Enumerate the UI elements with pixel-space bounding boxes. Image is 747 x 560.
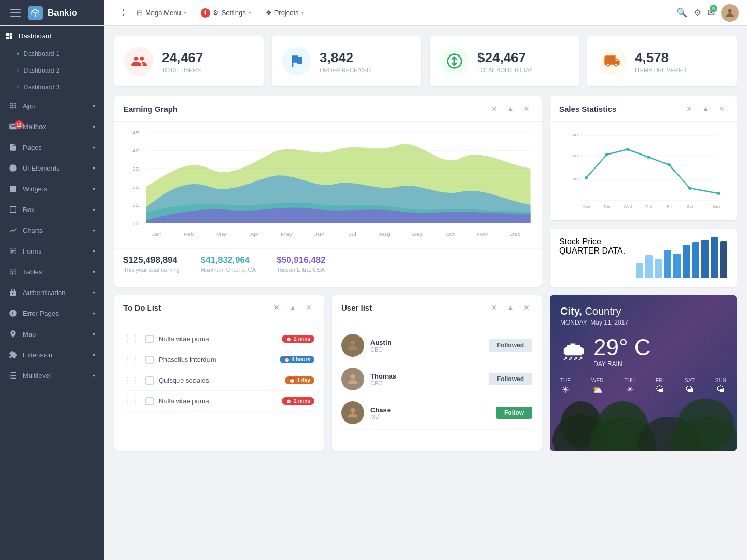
sidebar-item-multilevel[interactable]: Multilevel ▾ — [0, 365, 104, 386]
todo-checkbox-2[interactable] — [145, 376, 154, 385]
weather-city-country: City, Country — [560, 305, 726, 317]
earning-chart-stats: $125,498,894 This year total earning $41… — [114, 248, 542, 279]
stat-card-users: 24,467 TOTAL USERS — [114, 36, 264, 86]
sidebar-subitem-dashboard2[interactable]: Dashboard 2 — [0, 62, 104, 79]
stat-label-sold: TOTAL SOLD TODAY — [477, 67, 533, 73]
chase-follow-button[interactable]: Follow — [496, 407, 532, 419]
stat-cards: 24,467 TOTAL USERS 3,842 ORDER RECEIVED — [114, 36, 737, 86]
drag-handle-1[interactable]: ⋮⋮ — [123, 355, 140, 365]
thomas-avatar — [341, 368, 364, 390]
svg-text:Nov: Nov — [477, 232, 488, 237]
userlist-collapse[interactable]: ▲ — [504, 302, 517, 313]
sidebar-item-widgets[interactable]: Widgets ▾ — [0, 178, 104, 199]
weather-day-sun: SUN 🌤 — [715, 377, 726, 395]
todo-collapse[interactable]: ▲ — [286, 302, 299, 313]
sidebar-item-mailbox[interactable]: 12 Mailbox ▾ — [0, 116, 104, 137]
thomas-role: CEO — [370, 380, 396, 386]
sidebar-item-error-pages[interactable]: Error Pages ▾ — [0, 303, 104, 324]
expand-icon[interactable]: ⛶ — [112, 6, 129, 20]
svg-text:Sun: Sun — [712, 204, 720, 209]
svg-text:Fri: Fri — [667, 204, 672, 209]
sidebar-item-charts[interactable]: Charts ▾ — [0, 220, 104, 241]
weather-cloud-icon: 🌧 — [560, 335, 587, 367]
weather-date: MONDAY May 11, 2017 — [560, 319, 726, 326]
stock-price-card: Stock Price QUARTER DATA. — [550, 229, 737, 287]
row-bottom: To Do List ✕ ▲ ✕ ⋮⋮ Nulla vitae purus ⏰ … — [114, 295, 737, 451]
sidebar-item-box[interactable]: Box ▾ — [0, 199, 104, 220]
svg-point-36 — [605, 153, 608, 156]
austin-avatar — [341, 334, 364, 357]
notifications-icon[interactable]: ✉ 9 — [708, 7, 715, 18]
stock-bar-4 — [664, 250, 671, 278]
austin-follow-button[interactable]: Followed — [489, 339, 532, 352]
svg-point-37 — [626, 148, 629, 151]
svg-text:20: 20 — [132, 221, 140, 226]
sidebar-item-authentication[interactable]: Authentication ▾ — [0, 282, 104, 303]
sales-collapse[interactable]: ▲ — [699, 104, 712, 114]
austin-role: CEO — [370, 346, 391, 353]
earning-ontario-value: $41,832,964 — [201, 255, 256, 265]
userlist-expand[interactable]: ✕ — [489, 302, 500, 313]
thomas-follow-button[interactable]: Followed — [489, 373, 532, 385]
svg-text:Jun: Jun — [314, 232, 325, 237]
todo-checkbox-3[interactable] — [145, 397, 154, 405]
todo-close[interactable]: ✕ — [303, 302, 314, 313]
sidebar-item-dashboard[interactable]: Dashboard — [0, 26, 104, 46]
stock-subtitle: QUARTER DATA. — [559, 246, 625, 256]
sidebar-item-map[interactable]: Map ▾ — [0, 324, 104, 344]
userlist-close[interactable]: ✕ — [521, 302, 532, 313]
sidebar-item-app[interactable]: App ▾ — [0, 95, 104, 116]
sales-close[interactable]: ✕ — [716, 104, 727, 114]
sales-stats-header: Sales Statistics ✕ ▲ ✕ — [550, 96, 737, 122]
todo-checkbox-0[interactable] — [145, 335, 154, 343]
svg-text:10000: 10000 — [571, 153, 583, 158]
sidebar-item-extension[interactable]: Extension ▾ — [0, 344, 104, 365]
sidebar-item-ui-elements[interactable]: UI Elements ▾ — [0, 158, 104, 178]
sidebar-item-tables[interactable]: Tables ▾ — [0, 261, 104, 282]
todo-expand[interactable]: ✕ — [271, 302, 282, 313]
stock-bar-3 — [655, 259, 662, 278]
stock-title: Stock Price — [559, 237, 625, 246]
stock-bar-9 — [711, 237, 718, 278]
earning-graph-expand[interactable]: ✕ — [489, 104, 500, 114]
weather-card: City, Country MONDAY May 11, 2017 🌧 29° … — [550, 295, 737, 451]
topnav-right: 🔍 ⚙ ✉ 9 — [676, 4, 739, 22]
stock-bar-7 — [692, 242, 699, 278]
earning-total-value: $125,498,894 — [123, 255, 180, 265]
weather-day-sat: SAT 🌤 — [685, 377, 695, 395]
topnav: Bankio ⛶ ⊞ Mega Menu ▾ 4 ⚙ Settings ▾ ❖ … — [0, 0, 747, 26]
sidebar-subitem-dashboard3[interactable]: Dashboard 3 — [0, 79, 104, 95]
drag-handle-3[interactable]: ⋮⋮ — [123, 396, 140, 406]
user-avatar[interactable] — [721, 4, 739, 22]
user-item-chase: Chase MD Follow — [341, 396, 532, 430]
notif-badge: 9 — [710, 5, 717, 12]
todo-item-3: ⋮⋮ Nulla vitae purus ⏰ 2 mins — [123, 391, 314, 412]
sales-expand[interactable]: ✕ — [684, 104, 695, 114]
svg-point-39 — [668, 163, 671, 166]
svg-point-41 — [717, 192, 720, 195]
earning-graph-collapse[interactable]: ▲ — [504, 104, 517, 114]
projects-button[interactable]: ❖ Projects ▾ — [259, 6, 310, 20]
user-list-header: User list ✕ ▲ ✕ — [332, 295, 542, 320]
drag-handle-0[interactable]: ⋮⋮ — [123, 334, 140, 344]
todo-badge-3: ⏰ 2 mins — [282, 397, 314, 405]
stock-bars — [633, 237, 727, 278]
sidebar-subitem-dashboard1[interactable]: Dashboard 1 — [0, 46, 104, 62]
brand-logo — [28, 6, 43, 20]
sidebar-item-forms[interactable]: Forms ▾ — [0, 241, 104, 261]
sales-chart-svg: 14000 10000 5000 0 — [554, 126, 732, 214]
todo-checkbox-1[interactable] — [145, 356, 154, 364]
drag-handle-2[interactable]: ⋮⋮ — [123, 375, 140, 385]
svg-text:Dec: Dec — [509, 232, 521, 237]
weather-content: City, Country MONDAY May 11, 2017 🌧 29° … — [550, 295, 737, 405]
sidebar-item-pages[interactable]: Pages ▾ — [0, 137, 104, 158]
todo-item-0: ⋮⋮ Nulla vitae purus ⏰ 2 mins — [123, 329, 314, 349]
todo-label-2: Quisque sodales — [159, 376, 280, 384]
hamburger-menu[interactable] — [8, 7, 23, 19]
earning-graph-close[interactable]: ✕ — [521, 104, 532, 114]
settings-icon[interactable]: ⚙ — [694, 7, 701, 18]
settings-button[interactable]: 4 ⚙ Settings ▾ — [195, 5, 257, 21]
search-icon[interactable]: 🔍 — [676, 7, 687, 18]
mega-menu-button[interactable]: ⊞ Mega Menu ▾ — [131, 6, 192, 20]
stat-card-sold: $24,467 TOTAL SOLD TODAY — [430, 36, 579, 86]
